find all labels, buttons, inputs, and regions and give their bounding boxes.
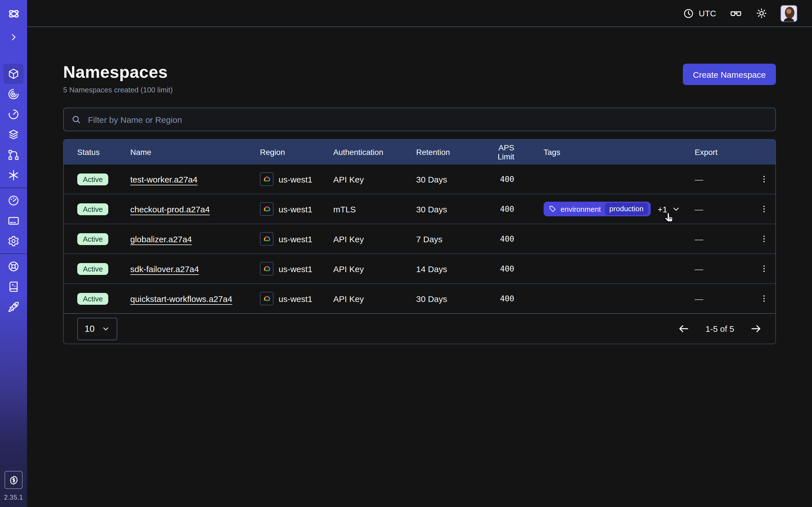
- aps-limit-value: 400: [480, 264, 514, 273]
- namespace-link[interactable]: sdk-failover.a27a4: [130, 264, 199, 274]
- pricing-button[interactable]: [4, 471, 22, 489]
- retention-value: 30 Days: [416, 174, 480, 184]
- status-badge: Active: [77, 233, 109, 245]
- col-export: Export: [695, 148, 751, 157]
- pipeline-branch-icon: [3, 145, 24, 165]
- google-cloud-icon: [260, 262, 273, 276]
- sidebar-item-deployments[interactable]: [0, 145, 27, 165]
- status-badge: Active: [77, 293, 109, 304]
- region-label: us-west1: [278, 234, 312, 244]
- namespace-link[interactable]: test-worker.a27a4: [130, 174, 197, 184]
- row-actions-menu[interactable]: [751, 264, 776, 273]
- tag-chip[interactable]: environment production: [544, 202, 651, 216]
- namespaces-table: Status Name Region Authentication Retent…: [63, 139, 776, 344]
- col-aps-limit: APS Limit: [480, 143, 514, 161]
- page-size-value: 10: [85, 324, 95, 334]
- sidebar: 2.35.1: [0, 0, 27, 507]
- retention-value: 30 Days: [416, 294, 480, 303]
- page-size-select[interactable]: 10: [77, 318, 117, 340]
- chevron-down-icon: [672, 205, 681, 214]
- tags-cell: environment production +1: [514, 202, 695, 216]
- google-cloud-icon: [260, 292, 273, 305]
- retention-value: 7 Days: [416, 234, 480, 244]
- sidebar-item-docs[interactable]: [0, 277, 27, 297]
- filter-input[interactable]: [87, 114, 768, 125]
- sidebar-divider: [0, 187, 27, 188]
- namespace-link[interactable]: globalizer.a27a4: [130, 234, 192, 244]
- rocket-icon: [3, 297, 24, 317]
- google-cloud-icon: [260, 202, 273, 216]
- sidebar-expand-button[interactable]: [0, 27, 27, 47]
- table-row: Active sdk-failover.a27a4 us-west1 API K…: [64, 253, 775, 283]
- page-subtitle: 5 Namespaces created (100 limit): [63, 86, 173, 94]
- region-label: us-west1: [278, 174, 312, 184]
- temporal-logo-icon[interactable]: [7, 0, 20, 27]
- aps-limit-value: 400: [480, 234, 514, 243]
- sidebar-item-settings[interactable]: [0, 231, 27, 251]
- google-cloud-icon: [260, 172, 273, 186]
- auth-value: API Key: [333, 264, 416, 274]
- asterisk-icon: [3, 165, 24, 185]
- pagination: 1-5 of 5: [678, 323, 762, 335]
- region-label: us-west1: [278, 294, 312, 303]
- main-content: Namespaces 5 Namespaces created (100 lim…: [27, 27, 812, 507]
- sun-icon: [756, 7, 767, 19]
- glasses-button[interactable]: [729, 6, 743, 20]
- tags-expand-button[interactable]: +1: [658, 204, 681, 214]
- row-actions-menu[interactable]: [751, 175, 776, 184]
- table-row: Active globalizer.a27a4 us-west1 API Key: [64, 224, 775, 253]
- sidebar-item-billing[interactable]: [0, 211, 27, 231]
- table-row: Active quickstart-workflows.a27a4 us-wes…: [64, 283, 775, 313]
- prev-page-button[interactable]: [678, 323, 690, 335]
- export-value: —: [695, 264, 751, 274]
- next-page-button[interactable]: [750, 323, 762, 335]
- namespace-link[interactable]: checkout-prod.a27a4: [130, 204, 210, 214]
- sidebar-item-getting-started[interactable]: [0, 297, 27, 317]
- sidebar-item-namespaces[interactable]: [0, 64, 27, 84]
- col-authentication: Authentication: [333, 148, 416, 157]
- auth-value: API Key: [333, 174, 416, 184]
- tag-value: production: [605, 203, 648, 215]
- glasses-icon: [729, 6, 743, 20]
- user-avatar[interactable]: [780, 5, 797, 22]
- book-sparkles-icon: [3, 277, 24, 297]
- namespace-link[interactable]: quickstart-workflows.a27a4: [130, 294, 232, 303]
- col-region: Region: [260, 148, 333, 157]
- clock-icon: [683, 8, 694, 19]
- lifebuoy-icon: [3, 256, 24, 277]
- col-status: Status: [77, 148, 130, 157]
- cube-icon: [3, 64, 24, 84]
- aps-limit-value: 400: [480, 294, 514, 303]
- export-value: —: [695, 234, 751, 244]
- table-row: Active checkout-prod.a27a4 us-west1 mTLS: [64, 194, 775, 224]
- col-retention: Retention: [416, 148, 480, 157]
- region-label: us-west1: [278, 204, 312, 214]
- aps-limit-value: 400: [480, 205, 514, 214]
- status-badge: Active: [77, 173, 109, 185]
- tag-key: environment: [560, 205, 601, 213]
- row-actions-menu[interactable]: [751, 294, 776, 303]
- row-actions-menu[interactable]: [751, 234, 776, 243]
- sidebar-divider: [0, 253, 27, 254]
- pagination-range: 1-5 of 5: [705, 324, 734, 334]
- region-label: us-west1: [278, 264, 312, 274]
- sidebar-item-schedules[interactable]: [0, 104, 27, 124]
- sidebar-item-workflows[interactable]: [0, 84, 27, 104]
- timezone-selector[interactable]: UTC: [683, 8, 716, 19]
- sidebar-item-support[interactable]: [0, 256, 27, 277]
- create-namespace-button[interactable]: Create Namespace: [683, 64, 776, 85]
- retention-value: 30 Days: [416, 204, 480, 214]
- auth-value: API Key: [333, 234, 416, 244]
- sidebar-item-layers[interactable]: [0, 124, 27, 145]
- search-icon: [71, 114, 81, 124]
- gauge-icon: [3, 190, 24, 211]
- sidebar-item-nexus[interactable]: [0, 165, 27, 185]
- aps-limit-value: 400: [480, 175, 514, 184]
- spiral-scope-icon: [3, 84, 24, 104]
- theme-toggle-button[interactable]: [756, 7, 767, 19]
- row-actions-menu[interactable]: [751, 205, 776, 214]
- chevron-down-icon: [101, 325, 110, 333]
- sidebar-item-usage[interactable]: [0, 190, 27, 211]
- table-row: Active test-worker.a27a4 us-west1 API Ke…: [64, 165, 775, 194]
- col-tags: Tags: [514, 148, 695, 157]
